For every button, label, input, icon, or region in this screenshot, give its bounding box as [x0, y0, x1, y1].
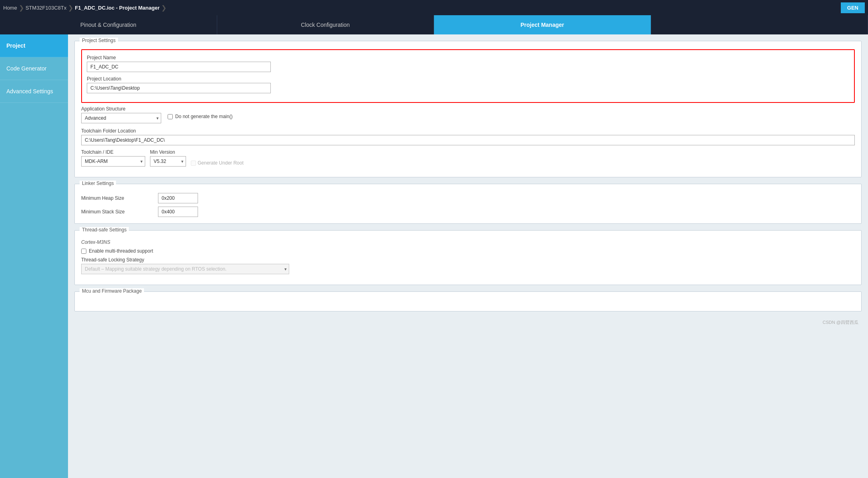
app-structure-select[interactable]: Advanced Basic: [81, 113, 161, 123]
enable-multithreaded-row[interactable]: Enable multi-threaded support: [81, 248, 855, 254]
app-structure-label: Application Structure: [81, 106, 855, 112]
breadcrumb-project[interactable]: F1_ADC_DC.ioc - Project Manager: [75, 5, 160, 11]
min-version-group: Min Version V5.32 V5.27 V5.36: [150, 149, 186, 167]
min-stack-size-input[interactable]: [158, 207, 198, 217]
locking-strategy-select[interactable]: Default – Mapping suitable strategy depe…: [81, 264, 289, 274]
locking-strategy-select-wrapper: Default – Mapping suitable strategy depe…: [81, 264, 289, 274]
do-not-generate-checkbox[interactable]: [168, 114, 173, 119]
project-name-group: Project Name: [87, 55, 849, 72]
min-heap-size-label: Minimum Heap Size: [81, 195, 153, 201]
mcu-firmware-title: Mcu and Firmware Package: [80, 288, 144, 294]
linker-settings-title: Linker Settings: [80, 181, 116, 186]
main-layout: Project Code Generator Advanced Settings…: [0, 34, 868, 478]
min-version-select-wrapper: V5.32 V5.27 V5.36: [150, 156, 186, 167]
watermark: CSDN @四臂西瓜: [74, 318, 862, 327]
app-structure-row: Advanced Basic Do not generate the main(…: [81, 113, 855, 123]
locking-strategy-label: Thread-safe Locking Strategy: [81, 257, 855, 263]
toolchain-folder-input[interactable]: [81, 135, 855, 145]
breadcrumb-home[interactable]: Home: [3, 5, 17, 11]
toolchain-folder-label: Toolchain Folder Location: [81, 128, 855, 134]
app-structure-select-wrapper: Advanced Basic: [81, 113, 161, 123]
project-name-input[interactable]: [87, 62, 271, 72]
toolchain-ide-select-wrapper: MDK-ARM STM32CubeIDE Makefile: [81, 156, 145, 167]
generate-under-root-label[interactable]: Generate Under Root: [191, 160, 244, 166]
toolchain-ide-row: Toolchain / IDE MDK-ARM STM32CubeIDE Mak…: [81, 149, 855, 167]
toolchain-ide-group: Toolchain / IDE MDK-ARM STM32CubeIDE Mak…: [81, 149, 145, 167]
min-version-select[interactable]: V5.32 V5.27 V5.36: [150, 156, 186, 167]
breadcrumb-arrow-1: ❯: [19, 4, 24, 12]
content-area: Project Settings Project Name Project Lo…: [68, 34, 868, 478]
project-name-label: Project Name: [87, 55, 849, 60]
project-location-group: Project Location: [87, 76, 849, 93]
generate-under-root-checkbox[interactable]: [191, 161, 196, 166]
breadcrumb-chip[interactable]: STM32F103C8Tx: [26, 5, 67, 11]
enable-multithreaded-checkbox[interactable]: [81, 249, 86, 254]
project-location-label: Project Location: [87, 76, 849, 82]
tab-bar: Pinout & Configuration Clock Configurati…: [0, 15, 868, 34]
min-version-label: Min Version: [150, 149, 186, 155]
sidebar-item-project[interactable]: Project: [0, 34, 68, 57]
linker-settings-panel: Linker Settings Minimum Heap Size Minimu…: [74, 184, 862, 224]
toolchain-folder-group: Toolchain Folder Location: [81, 128, 855, 145]
app-structure-group: Application Structure Advanced Basic Do …: [81, 106, 855, 123]
sidebar-item-code-generator[interactable]: Code Generator: [0, 57, 68, 80]
red-highlight-box: Project Name Project Location: [81, 49, 855, 103]
do-not-generate-checkbox-row[interactable]: Do not generate the main(): [168, 114, 232, 119]
tab-project-manager[interactable]: Project Manager: [434, 15, 651, 34]
tab-extra[interactable]: [651, 15, 868, 34]
project-location-input[interactable]: [87, 83, 271, 93]
project-settings-panel: Project Settings Project Name Project Lo…: [74, 41, 862, 177]
generate-under-root-group: Generate Under Root: [191, 160, 244, 167]
breadcrumb-bar: Home ❯ STM32F103C8Tx ❯ F1_ADC_DC.ioc - P…: [0, 0, 868, 15]
generate-code-button[interactable]: GEN: [841, 2, 865, 13]
min-stack-size-label: Minimum Stack Size: [81, 209, 153, 215]
sidebar-item-advanced-settings[interactable]: Advanced Settings: [0, 80, 68, 103]
toolchain-ide-select[interactable]: MDK-ARM STM32CubeIDE Makefile: [81, 156, 145, 167]
linker-grid: Minimum Heap Size Minimum Stack Size: [81, 193, 855, 217]
toolchain-ide-label: Toolchain / IDE: [81, 149, 145, 155]
tab-clock[interactable]: Clock Configuration: [217, 15, 434, 34]
thread-safe-panel: Thread-safe Settings Cortex-M3NS Enable …: [74, 230, 862, 285]
sidebar: Project Code Generator Advanced Settings: [0, 34, 68, 478]
breadcrumb-arrow-3: ❯: [161, 4, 166, 12]
tab-pinout[interactable]: Pinout & Configuration: [0, 15, 217, 34]
mcu-firmware-panel: Mcu and Firmware Package: [74, 291, 862, 311]
breadcrumb-arrow-2: ❯: [68, 4, 73, 12]
thread-safe-title: Thread-safe Settings: [80, 227, 129, 233]
min-heap-size-input[interactable]: [158, 193, 198, 203]
thread-safe-section: Cortex-M3NS Enable multi-threaded suppor…: [81, 239, 855, 274]
locking-strategy-group: Thread-safe Locking Strategy Default – M…: [81, 257, 855, 274]
thread-safe-subtitle: Cortex-M3NS: [81, 239, 855, 245]
project-settings-title: Project Settings: [80, 38, 118, 43]
